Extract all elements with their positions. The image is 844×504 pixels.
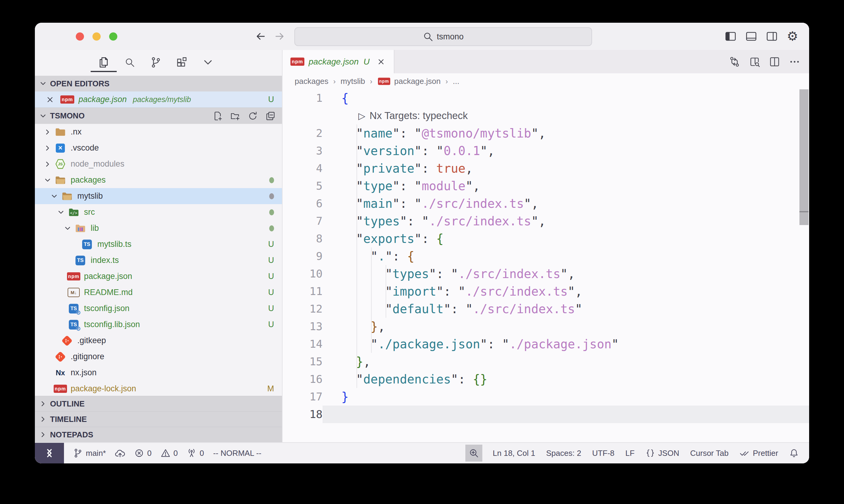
- status-warning-count[interactable]: 0: [161, 448, 178, 458]
- tree-item-package-lock.json[interactable]: npmpackage-lock.jsonM: [35, 381, 282, 396]
- git-status-badge: U: [268, 95, 274, 104]
- tree-item-.vscode[interactable]: ×.vscode: [35, 140, 282, 156]
- refresh-button[interactable]: [248, 111, 258, 121]
- forward-button[interactable]: [274, 31, 285, 41]
- code-line-16[interactable]: 16 "dependencies": {}: [282, 371, 809, 388]
- close-editor-icon[interactable]: [46, 95, 54, 104]
- code-line-10[interactable]: 10 "types": "./src/index.ts",: [282, 265, 809, 283]
- status-encoding[interactable]: UTF-8: [592, 449, 615, 458]
- status-vim-mode[interactable]: -- NORMAL --: [213, 449, 261, 458]
- code-line-2[interactable]: 2 "name": "@tsmono/mytslib",: [282, 125, 809, 142]
- tree-item-nx.json[interactable]: Nxnx.json: [35, 365, 282, 381]
- close-window-button[interactable]: [76, 32, 84, 41]
- code-editor[interactable]: 1{▷Nx Targets: typecheck2 "name": "@tsmo…: [282, 89, 809, 442]
- code-line-7[interactable]: 7 "types": "./src/index.ts",: [282, 212, 809, 230]
- code-line-11[interactable]: 11 "import": "./src/index.ts",: [282, 283, 809, 300]
- line-number: 11: [282, 283, 323, 300]
- breadcrumb-item--[interactable]: ...: [453, 77, 459, 86]
- status-error-count[interactable]: 0: [134, 448, 151, 458]
- line-number: 8: [282, 230, 323, 248]
- code-line-4[interactable]: 4 "private": true,: [282, 160, 809, 177]
- code-line-8[interactable]: 8 "exports": {: [282, 230, 809, 248]
- toggle-secondary-sidebar-button[interactable]: [766, 31, 778, 42]
- code-line-1[interactable]: 1{: [282, 89, 809, 107]
- tree-item-mytslib[interactable]: mytslib: [35, 188, 282, 204]
- status-git-branch[interactable]: main*: [73, 448, 106, 458]
- code-line-18[interactable]: 18: [282, 406, 809, 423]
- codelens-nx-targets[interactable]: ▷Nx Targets: typecheck: [282, 107, 809, 125]
- code-line-6[interactable]: 6 "main": "./src/index.ts",: [282, 195, 809, 212]
- status-cursor-position[interactable]: Ln 18, Col 1: [493, 449, 535, 458]
- tree-item-package.json[interactable]: npmpackage.jsonU: [35, 268, 282, 284]
- code-line-13[interactable]: 13 },: [282, 318, 809, 335]
- tree-item-index.ts[interactable]: TSindex.tsU: [35, 252, 282, 268]
- open-preview-button[interactable]: [749, 56, 760, 67]
- breadcrumb-item-packages[interactable]: packages: [295, 77, 328, 86]
- tree-item-.nx[interactable]: .nx: [35, 124, 282, 140]
- tree-item-tsconfig.lib.json[interactable]: TS⚙tsconfig.lib.jsonU: [35, 317, 282, 332]
- settings-gear-icon[interactable]: ⚙: [787, 30, 798, 43]
- close-tab-icon[interactable]: [377, 57, 385, 66]
- code-line-15[interactable]: 15 },: [282, 353, 809, 371]
- command-center-search[interactable]: tsmono: [294, 27, 592, 46]
- section-header-timeline[interactable]: TIMELINE: [35, 411, 282, 427]
- breadcrumb-item-mytslib[interactable]: mytslib: [341, 77, 365, 86]
- section-header-outline[interactable]: OUTLINE: [35, 396, 282, 411]
- status-sync-changes[interactable]: [115, 448, 125, 458]
- code-line-9[interactable]: 9 ".": {: [282, 248, 809, 265]
- tab-package-json[interactable]: npm package.json U: [282, 50, 394, 73]
- open-editors-header[interactable]: OPEN EDITORS: [35, 76, 282, 91]
- npm-icon: npm: [290, 57, 304, 66]
- tree-item-README.md[interactable]: M↓README.mdU: [35, 284, 282, 301]
- activity-tab-source-control[interactable]: [150, 54, 161, 72]
- tree-item-lib[interactable]: lib: [35, 220, 282, 236]
- tree-item-tsconfig.json[interactable]: TS⚙tsconfig.jsonU: [35, 301, 282, 317]
- tree-item-src[interactable]: </>src: [35, 204, 282, 220]
- new-folder-button[interactable]: [230, 111, 240, 121]
- explorer-section-header[interactable]: TSMONO: [35, 108, 282, 124]
- section-header-notepads[interactable]: NOTEPADS: [35, 427, 282, 442]
- section-label: NOTEPADS: [50, 430, 93, 439]
- activity-tab-extensions[interactable]: [176, 54, 188, 72]
- code-line-5[interactable]: 5 "type": "module",: [282, 177, 809, 195]
- status-ports[interactable]: 0: [187, 448, 204, 458]
- status-zoom-indicator[interactable]: [465, 445, 482, 462]
- minimize-window-button[interactable]: [92, 32, 101, 41]
- toggle-primary-sidebar-button[interactable]: [725, 31, 736, 42]
- tree-item-packages[interactable]: packages: [35, 172, 282, 188]
- activity-tab-more-views[interactable]: [202, 54, 214, 72]
- activity-tab-explorer[interactable]: [98, 54, 109, 72]
- status-language-mode[interactable]: JSON: [645, 448, 679, 458]
- back-button[interactable]: [256, 31, 266, 41]
- nx-icon: Nx: [54, 368, 67, 377]
- tree-item-mytslib.ts[interactable]: TSmytslib.tsU: [35, 236, 282, 252]
- code-line-17[interactable]: 17}: [282, 388, 809, 406]
- collapse-all-button[interactable]: [265, 111, 275, 121]
- compare-changes-button[interactable]: [729, 56, 740, 67]
- status-cursor-tab[interactable]: Cursor Tab: [690, 449, 729, 458]
- status-remote-indicator[interactable]: [35, 443, 64, 463]
- run-target-icon[interactable]: ▷: [358, 111, 365, 121]
- editor-scrollbar[interactable]: [799, 89, 809, 225]
- chevron-down-icon: [62, 224, 74, 232]
- status-notifications[interactable]: [789, 448, 799, 458]
- open-editor-item[interactable]: npm package.json packages/mytslib U: [35, 91, 282, 108]
- tree-item-node_modules[interactable]: JSnode_modules: [35, 156, 282, 172]
- breadcrumb-item-package-json[interactable]: npmpackage.json: [377, 77, 441, 86]
- new-file-button[interactable]: [213, 111, 223, 121]
- code-line-14[interactable]: 14 "./package.json": "./package.json": [282, 335, 809, 353]
- split-editor-button[interactable]: [769, 56, 780, 67]
- vscode-window: tsmono ⚙ OPEN EDITORS npm package.json p…: [35, 23, 809, 463]
- tree-item-.gitkeep[interactable]: .gitkeep: [35, 332, 282, 348]
- line-number: 15: [282, 353, 323, 371]
- tree-item-.gitignore[interactable]: .gitignore: [35, 348, 282, 365]
- activity-tab-search[interactable]: [124, 54, 136, 72]
- more-actions-button[interactable]: [789, 56, 800, 67]
- status-formatter[interactable]: Prettier: [739, 448, 778, 458]
- code-line-3[interactable]: 3 "version": "0.0.1",: [282, 142, 809, 160]
- toggle-panel-button[interactable]: [745, 31, 757, 42]
- status-indentation[interactable]: Spaces: 2: [546, 449, 582, 458]
- status-eol[interactable]: LF: [625, 449, 635, 458]
- code-line-12[interactable]: 12 "default": "./src/index.ts": [282, 300, 809, 318]
- maximize-window-button[interactable]: [109, 32, 117, 41]
